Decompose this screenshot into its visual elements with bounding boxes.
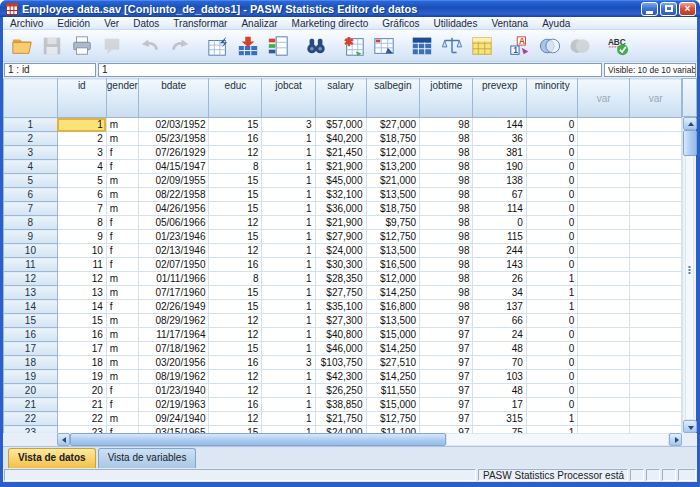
cell-educ-row22[interactable]: 12 bbox=[209, 412, 262, 426]
cell-jobtime-row15[interactable]: 97 bbox=[420, 314, 473, 328]
column-header-var2[interactable]: var bbox=[630, 79, 682, 118]
cell-prevexp-row2[interactable]: 36 bbox=[473, 132, 526, 146]
cell-gender-row19[interactable]: m bbox=[106, 370, 138, 384]
cell-salbegin-row11[interactable]: $16,500 bbox=[366, 258, 420, 272]
cell-gender-row13[interactable]: m bbox=[106, 286, 138, 300]
cell-gender-row2[interactable]: m bbox=[106, 132, 138, 146]
row-header[interactable]: 21 bbox=[4, 398, 58, 412]
goto-case-button[interactable] bbox=[203, 32, 233, 60]
menu-datos[interactable]: Datos bbox=[126, 17, 166, 30]
cell-minority-row3[interactable]: 0 bbox=[526, 146, 577, 160]
cell-salary-row6[interactable]: $32,100 bbox=[315, 188, 366, 202]
cell-jobcat-row1[interactable]: 3 bbox=[262, 118, 315, 132]
cell-var2-row14[interactable] bbox=[630, 300, 682, 314]
cell-minority-row20[interactable]: 0 bbox=[526, 384, 577, 398]
column-header-var1[interactable]: var bbox=[578, 79, 630, 118]
cell-salbegin-row10[interactable]: $13,500 bbox=[366, 244, 420, 258]
cell-var2-row22[interactable] bbox=[630, 412, 682, 426]
insert-cases-button[interactable]: ✱ bbox=[339, 32, 369, 60]
cell-var2-row17[interactable] bbox=[630, 342, 682, 356]
column-header-gender[interactable]: gender bbox=[106, 79, 138, 118]
cell-id-row1[interactable]: 1 bbox=[57, 118, 106, 132]
find-button[interactable] bbox=[301, 32, 331, 60]
cell-jobtime-row5[interactable]: 98 bbox=[420, 174, 473, 188]
row-header[interactable]: 8 bbox=[4, 216, 58, 230]
cell-minority-row1[interactable]: 0 bbox=[526, 118, 577, 132]
menu-ayuda[interactable]: Ayuda bbox=[535, 17, 577, 30]
cell-minority-row19[interactable]: 0 bbox=[526, 370, 577, 384]
cell-var1-row11[interactable] bbox=[578, 258, 630, 272]
cell-prevexp-row10[interactable]: 244 bbox=[473, 244, 526, 258]
cell-var2-row11[interactable] bbox=[630, 258, 682, 272]
cell-salary-row22[interactable]: $21,750 bbox=[315, 412, 366, 426]
cell-bdate-row21[interactable]: 02/19/1963 bbox=[138, 398, 209, 412]
cell-jobcat-row9[interactable]: 1 bbox=[262, 230, 315, 244]
cell-id-row16[interactable]: 16 bbox=[57, 328, 106, 342]
row-header[interactable]: 18 bbox=[4, 356, 58, 370]
cell-var1-row17[interactable] bbox=[578, 342, 630, 356]
cell-var1-row12[interactable] bbox=[578, 272, 630, 286]
tab-data-view[interactable]: Vista de datos bbox=[8, 448, 96, 468]
cell-editor-input[interactable]: 1 bbox=[98, 63, 602, 77]
cell-gender-row14[interactable]: f bbox=[106, 300, 138, 314]
cell-educ-row17[interactable]: 15 bbox=[209, 342, 262, 356]
cell-prevexp-row22[interactable]: 315 bbox=[473, 412, 526, 426]
cell-salary-row2[interactable]: $40,200 bbox=[315, 132, 366, 146]
cell-jobcat-row20[interactable]: 1 bbox=[262, 384, 315, 398]
split-file-button[interactable] bbox=[407, 32, 437, 60]
cell-salbegin-row5[interactable]: $21,000 bbox=[366, 174, 420, 188]
cell-minority-row11[interactable]: 0 bbox=[526, 258, 577, 272]
cell-jobcat-row16[interactable]: 1 bbox=[262, 328, 315, 342]
cell-jobcat-row12[interactable]: 1 bbox=[262, 272, 315, 286]
cell-educ-row7[interactable]: 15 bbox=[209, 202, 262, 216]
cell-jobcat-row18[interactable]: 3 bbox=[262, 356, 315, 370]
cell-educ-row5[interactable]: 15 bbox=[209, 174, 262, 188]
cell-var1-row9[interactable] bbox=[578, 230, 630, 244]
cell-var2-row8[interactable] bbox=[630, 216, 682, 230]
cell-var2-row2[interactable] bbox=[630, 132, 682, 146]
cell-id-row10[interactable]: 10 bbox=[57, 244, 106, 258]
minimize-button[interactable] bbox=[641, 2, 658, 16]
row-header[interactable]: 15 bbox=[4, 314, 58, 328]
menu-edici-n[interactable]: Edición bbox=[50, 17, 97, 30]
cell-id-row21[interactable]: 21 bbox=[57, 398, 106, 412]
cell-gender-row12[interactable]: m bbox=[106, 272, 138, 286]
cell-minority-row7[interactable]: 0 bbox=[526, 202, 577, 216]
scroll-left-button[interactable] bbox=[57, 433, 70, 446]
cell-salbegin-row14[interactable]: $16,800 bbox=[366, 300, 420, 314]
close-button[interactable]: × bbox=[679, 2, 696, 16]
cell-var2-row18[interactable] bbox=[630, 356, 682, 370]
cell-salary-row18[interactable]: $103,750 bbox=[315, 356, 366, 370]
cell-prevexp-row21[interactable]: 17 bbox=[473, 398, 526, 412]
cell-bdate-row11[interactable]: 02/07/1950 bbox=[138, 258, 209, 272]
cell-var2-row4[interactable] bbox=[630, 160, 682, 174]
menu-transformar[interactable]: Transformar bbox=[166, 17, 234, 30]
row-header[interactable]: 2 bbox=[4, 132, 58, 146]
cell-gender-row10[interactable]: f bbox=[106, 244, 138, 258]
cell-minority-row18[interactable]: 0 bbox=[526, 356, 577, 370]
column-header-educ[interactable]: educ bbox=[209, 79, 262, 118]
cell-salary-row19[interactable]: $42,300 bbox=[315, 370, 366, 384]
cell-var2-row21[interactable] bbox=[630, 398, 682, 412]
cell-jobtime-row10[interactable]: 98 bbox=[420, 244, 473, 258]
cell-minority-row16[interactable]: 0 bbox=[526, 328, 577, 342]
cell-var1-row22[interactable] bbox=[578, 412, 630, 426]
cell-id-row7[interactable]: 7 bbox=[57, 202, 106, 216]
cell-var1-row3[interactable] bbox=[578, 146, 630, 160]
cell-salary-row1[interactable]: $57,000 bbox=[315, 118, 366, 132]
cell-var2-row6[interactable] bbox=[630, 188, 682, 202]
row-header[interactable]: 9 bbox=[4, 230, 58, 244]
cell-var1-row21[interactable] bbox=[578, 398, 630, 412]
cell-educ-row3[interactable]: 12 bbox=[209, 146, 262, 160]
cell-var2-row10[interactable] bbox=[630, 244, 682, 258]
cell-var2-row12[interactable] bbox=[630, 272, 682, 286]
undo-button[interactable] bbox=[135, 32, 165, 60]
cell-var1-row18[interactable] bbox=[578, 356, 630, 370]
cell-salbegin-row15[interactable]: $13,500 bbox=[366, 314, 420, 328]
column-header-minority[interactable]: minority bbox=[526, 79, 577, 118]
cell-prevexp-row4[interactable]: 190 bbox=[473, 160, 526, 174]
cell-bdate-row20[interactable]: 01/23/1940 bbox=[138, 384, 209, 398]
cell-var2-row13[interactable] bbox=[630, 286, 682, 300]
cell-var2-row9[interactable] bbox=[630, 230, 682, 244]
cell-var2-row1[interactable] bbox=[630, 118, 682, 132]
